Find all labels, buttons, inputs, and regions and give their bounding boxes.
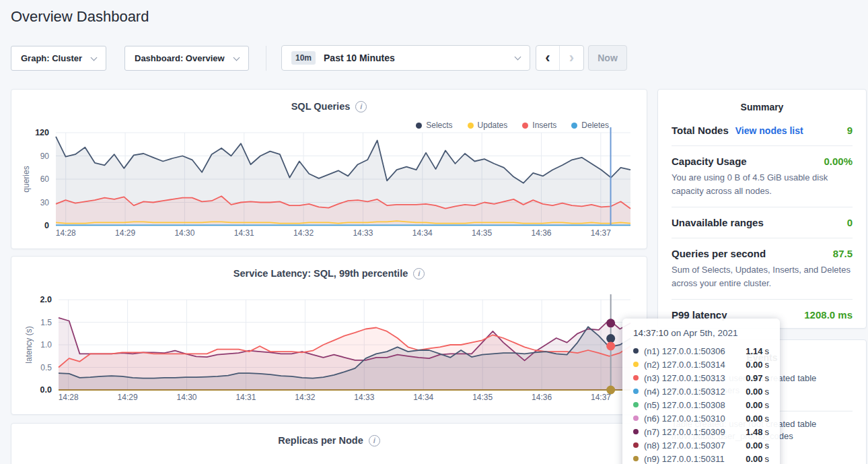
total-nodes-value: 9 bbox=[847, 125, 853, 136]
latency-unit: s bbox=[765, 454, 770, 464]
view-nodes-list-link[interactable]: View nodes list bbox=[735, 125, 803, 136]
svg-text:14:31: 14:31 bbox=[236, 393, 256, 402]
node-latency-value: 0.00 bbox=[746, 413, 762, 424]
tooltip-node-row: (n5) 127.0.0.1:503080.00s bbox=[633, 398, 769, 411]
node-latency-value: 1.48 bbox=[746, 427, 762, 437]
controls-divider bbox=[266, 46, 266, 71]
sql-queries-title: SQL Queriesi bbox=[11, 100, 647, 112]
replicas-per-node-card: Replicas per Nodei bbox=[11, 423, 647, 464]
summary-heading: Summary bbox=[672, 102, 853, 112]
node-address: (n3) 127.0.0.1:50313 bbox=[644, 373, 725, 383]
svg-text:14:36: 14:36 bbox=[531, 228, 551, 238]
qps-label: Queries per second bbox=[672, 248, 766, 259]
unavailable-ranges-label: Unavailable ranges bbox=[672, 217, 764, 228]
tooltip-rows: (n1) 127.0.0.1:503061.14s(n2) 127.0.0.1:… bbox=[633, 344, 769, 464]
svg-text:14:28: 14:28 bbox=[59, 393, 79, 402]
latency-unit: s bbox=[765, 427, 770, 437]
svg-text:14:33: 14:33 bbox=[354, 393, 374, 402]
svg-text:14:29: 14:29 bbox=[118, 393, 138, 402]
qps-desc: Sum of Selects, Updates, Inserts, and De… bbox=[672, 263, 853, 290]
info-icon[interactable]: i bbox=[413, 268, 425, 279]
service-latency-chart[interactable]: 14:2814:2914:3014:3114:3214:3314:3414:35… bbox=[11, 257, 648, 416]
node-latency-value: 1.14 bbox=[746, 346, 762, 356]
svg-text:90: 90 bbox=[40, 152, 50, 161]
dashboard-dropdown[interactable]: Dashboard: Overview bbox=[124, 46, 249, 71]
svg-text:1.5: 1.5 bbox=[40, 318, 52, 327]
graph-dropdown-label: Graph: Cluster bbox=[21, 53, 82, 63]
legend-item-inserts[interactable]: Inserts bbox=[522, 121, 556, 130]
node-latency-value: 0.97 bbox=[746, 373, 762, 383]
svg-text:14:29: 14:29 bbox=[115, 228, 135, 238]
legend-dot-icon bbox=[522, 123, 528, 129]
legend-item-deletes[interactable]: Deletes bbox=[571, 121, 609, 130]
service-latency-title: Service Latency: SQL, 99th percentilei bbox=[11, 267, 647, 279]
chart-title-text: SQL Queries bbox=[291, 101, 351, 112]
qps-value: 87.5 bbox=[833, 248, 853, 259]
summary-capacity-row: Capacity Usage 0.00% You are using 0 B o… bbox=[672, 146, 853, 207]
svg-text:14:35: 14:35 bbox=[472, 393, 493, 402]
node-color-dot-icon bbox=[633, 429, 639, 434]
tooltip-time: 14:37:10 bbox=[633, 328, 669, 338]
tooltip-node-row: (n2) 127.0.0.1:503140.00s bbox=[633, 358, 769, 371]
node-latency-value: 0.00 bbox=[746, 440, 762, 451]
chart-title-text: Service Latency: SQL, 99th percentile bbox=[233, 268, 408, 279]
summary-total-nodes-row: Total Nodes View nodes list 9 bbox=[672, 115, 853, 146]
capacity-usage-label: Capacity Usage bbox=[672, 156, 747, 167]
node-color-dot-icon bbox=[633, 442, 639, 448]
sql-queries-chart[interactable]: 14:2814:2914:3014:3114:3214:3314:3414:35… bbox=[11, 90, 648, 250]
sql-queries-legend: SelectsUpdatesInsertsDeletes bbox=[416, 121, 609, 130]
time-range-badge: 10m bbox=[291, 51, 316, 65]
latency-unit: s bbox=[765, 360, 770, 370]
node-address: (n6) 127.0.0.1:50310 bbox=[644, 413, 725, 424]
summary-panel: Summary Total Nodes View nodes list 9 Ca… bbox=[657, 89, 867, 329]
node-color-dot-icon bbox=[633, 456, 639, 461]
summary-unavailable-row: Unavailable ranges 0 bbox=[672, 207, 853, 238]
svg-text:queries: queries bbox=[22, 166, 31, 192]
latency-unit: s bbox=[765, 400, 770, 410]
legend-item-selects[interactable]: Selects bbox=[416, 121, 452, 130]
graph-dropdown[interactable]: Graph: Cluster bbox=[11, 46, 106, 71]
info-icon[interactable]: i bbox=[369, 435, 380, 446]
svg-text:14:31: 14:31 bbox=[234, 228, 254, 238]
tooltip-node-row: (n3) 127.0.0.1:503130.97s bbox=[633, 371, 769, 385]
svg-text:14:37: 14:37 bbox=[591, 228, 611, 238]
prev-time-button[interactable]: ‹ bbox=[536, 46, 560, 70]
svg-text:14:34: 14:34 bbox=[413, 393, 433, 402]
svg-text:14:34: 14:34 bbox=[412, 228, 433, 238]
tooltip-node-row: (n8) 127.0.0.1:503070.00s bbox=[633, 438, 769, 452]
chart-title-text: Replicas per Node bbox=[278, 435, 363, 446]
node-address: (n4) 127.0.0.1:50312 bbox=[644, 387, 725, 397]
next-time-button[interactable]: › bbox=[560, 46, 583, 70]
node-latency-value: 0.00 bbox=[746, 454, 762, 464]
tooltip-node-row: (n6) 127.0.0.1:503100.00s bbox=[633, 411, 769, 425]
legend-label: Updates bbox=[478, 121, 508, 130]
legend-dot-icon bbox=[416, 123, 422, 129]
chevron-down-icon bbox=[91, 54, 98, 61]
tooltip-node-row: (n1) 127.0.0.1:503061.14s bbox=[633, 344, 769, 358]
time-range-selector[interactable]: 10m Past 10 Minutes bbox=[281, 45, 530, 71]
svg-text:14:37: 14:37 bbox=[591, 393, 611, 402]
capacity-usage-desc: You are using 0 B of 4.5 GiB usable disk… bbox=[672, 171, 853, 197]
svg-text:120: 120 bbox=[35, 128, 49, 137]
legend-item-updates[interactable]: Updates bbox=[468, 121, 508, 130]
latency-unit: s bbox=[765, 346, 770, 356]
node-color-dot-icon bbox=[633, 348, 639, 354]
capacity-usage-value: 0.00% bbox=[824, 156, 853, 167]
latency-unit: s bbox=[765, 413, 770, 424]
time-pager: ‹ › bbox=[536, 45, 584, 71]
latency-unit: s bbox=[765, 387, 770, 397]
now-button[interactable]: Now bbox=[588, 45, 627, 71]
page-title: Overview Dashboard bbox=[11, 8, 149, 26]
node-latency-value: 0.00 bbox=[746, 360, 762, 370]
svg-text:2.0: 2.0 bbox=[40, 295, 52, 304]
info-icon[interactable]: i bbox=[355, 101, 367, 112]
legend-label: Deletes bbox=[581, 121, 609, 130]
node-address: (n9) 127.0.0.1:50311 bbox=[644, 454, 725, 464]
replicas-per-node-title: Replicas per Nodei bbox=[11, 434, 647, 446]
unavailable-ranges-value: 0 bbox=[847, 217, 853, 228]
tooltip-date: on Apr 5th, 2021 bbox=[671, 328, 737, 338]
svg-text:14:35: 14:35 bbox=[472, 228, 492, 238]
legend-label: Selects bbox=[426, 121, 452, 130]
node-latency-value: 0.00 bbox=[746, 387, 762, 397]
p99-latency-value: 1208.0 ms bbox=[804, 309, 853, 321]
